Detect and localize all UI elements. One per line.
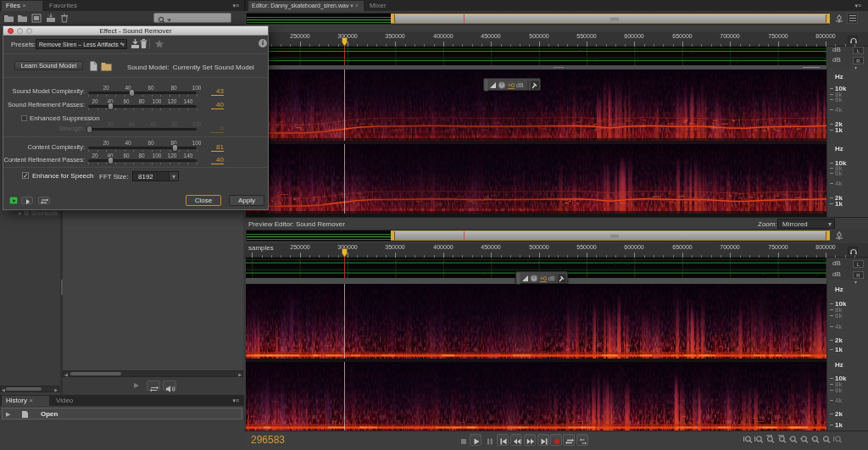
svg-text:dB: dB — [516, 82, 524, 88]
svg-text:+0: +0 — [508, 82, 515, 88]
svg-text:+0: +0 — [540, 275, 547, 281]
